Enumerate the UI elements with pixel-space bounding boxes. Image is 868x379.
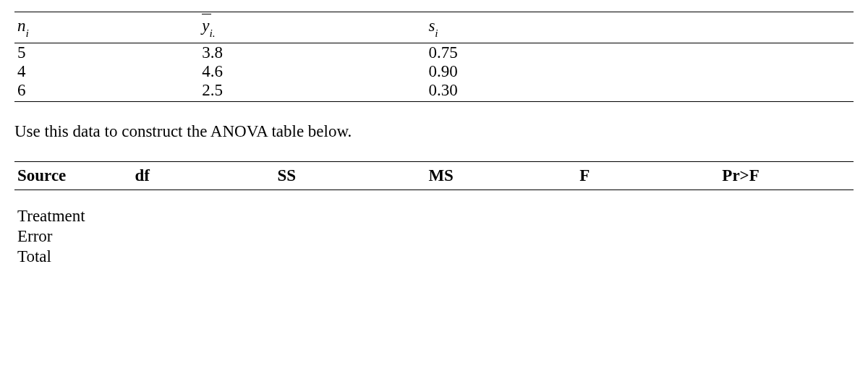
col-header-ybar: yi. bbox=[199, 12, 425, 43]
anova-ms bbox=[425, 247, 576, 267]
cell-y: 3.8 bbox=[199, 43, 425, 62]
anova-ss bbox=[275, 206, 426, 226]
anova-df bbox=[132, 226, 274, 247]
anova-f bbox=[576, 247, 719, 267]
cell-y: 2.5 bbox=[199, 81, 425, 102]
overbar-icon bbox=[202, 14, 211, 14]
anova-source-label: Treatment bbox=[14, 206, 132, 226]
anova-ms bbox=[425, 206, 576, 226]
cell-n: 4 bbox=[14, 62, 199, 81]
anova-table: Source df SS MS F Pr>F Treatment Error T… bbox=[14, 161, 854, 267]
anova-row-treatment: Treatment bbox=[14, 206, 854, 226]
col-header-s: si bbox=[425, 12, 854, 43]
cell-s: 0.75 bbox=[425, 43, 854, 62]
anova-f bbox=[576, 206, 719, 226]
col-header-n: ni bbox=[14, 12, 199, 43]
anova-ss bbox=[275, 247, 426, 267]
anova-header-source: Source bbox=[14, 161, 132, 190]
anova-header-df: df bbox=[132, 161, 274, 190]
anova-header-f: F bbox=[576, 161, 719, 190]
anova-ms bbox=[425, 226, 576, 247]
anova-row-error: Error bbox=[14, 226, 854, 247]
anova-row-total: Total bbox=[14, 247, 854, 267]
cell-s: 0.90 bbox=[425, 62, 854, 81]
anova-ss bbox=[275, 226, 426, 247]
anova-header-p: Pr>F bbox=[719, 161, 854, 190]
anova-header-ms: MS bbox=[425, 161, 576, 190]
summary-statistics-table: ni yi. si 5 3.8 0.75 4 4.6 0.90 6 2.5 0.… bbox=[14, 12, 854, 102]
cell-y: 4.6 bbox=[199, 62, 425, 81]
cell-n: 6 bbox=[14, 81, 199, 102]
anova-df bbox=[132, 206, 274, 226]
instruction-text: Use this data to construct the ANOVA tab… bbox=[14, 122, 854, 141]
table-row: 5 3.8 0.75 bbox=[14, 43, 854, 62]
table-row: 4 4.6 0.90 bbox=[14, 62, 854, 81]
table-row: 6 2.5 0.30 bbox=[14, 81, 854, 102]
cell-n: 5 bbox=[14, 43, 199, 62]
anova-f bbox=[576, 226, 719, 247]
anova-source-label: Total bbox=[14, 247, 132, 267]
anova-header-ss: SS bbox=[275, 161, 426, 190]
anova-df bbox=[132, 247, 274, 267]
anova-source-label: Error bbox=[14, 226, 132, 247]
anova-p bbox=[719, 206, 854, 226]
anova-p bbox=[719, 247, 854, 267]
anova-p bbox=[719, 226, 854, 247]
cell-s: 0.30 bbox=[425, 81, 854, 102]
table-spacer bbox=[14, 190, 854, 206]
